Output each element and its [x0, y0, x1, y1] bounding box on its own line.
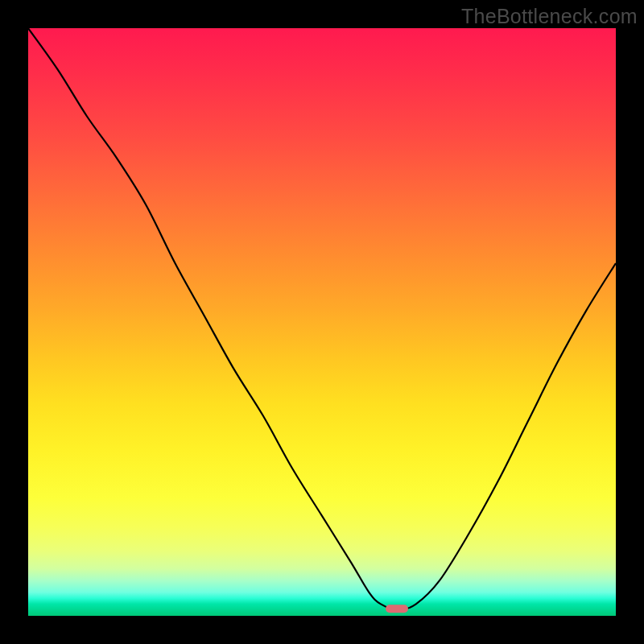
- optimum-marker: [386, 605, 408, 613]
- watermark-text: TheBottleneck.com: [461, 5, 638, 28]
- curve-svg: [28, 28, 616, 616]
- plot-area: [28, 28, 616, 616]
- bottleneck-curve-path: [28, 28, 616, 610]
